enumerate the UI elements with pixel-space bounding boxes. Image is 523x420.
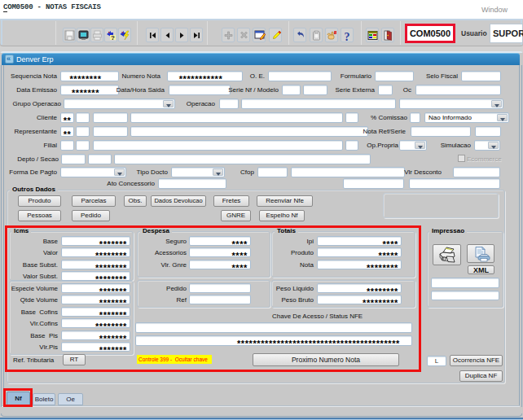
svg-text:?: ? xyxy=(345,31,350,43)
svg-text:?: ? xyxy=(111,34,115,41)
